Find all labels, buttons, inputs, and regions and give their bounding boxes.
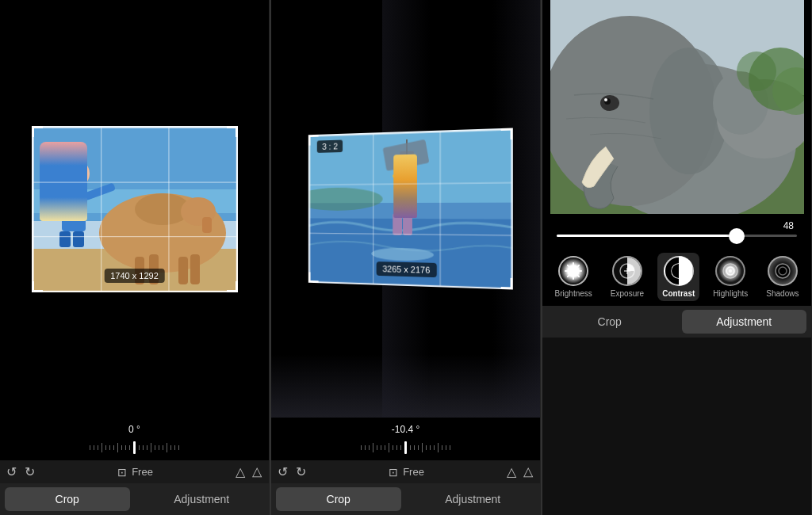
adj-exposure[interactable]: Exposure xyxy=(606,253,649,301)
tab-adjustment-3[interactable]: Adjustment xyxy=(682,310,807,334)
brightness-label: Brightness xyxy=(555,289,592,298)
image-area-2: 3 : 2 3265 x 2176 xyxy=(271,0,540,418)
panel-adjustment-elephant: 48 Bri xyxy=(542,0,812,515)
svg-rect-7 xyxy=(202,217,212,233)
image-area-1: 1740 x 1292 xyxy=(0,0,269,418)
image-area-3 xyxy=(542,0,811,214)
contrast-icon xyxy=(664,256,694,286)
adjustment-icons-row: Brightness Exposure Contr xyxy=(542,248,811,306)
svg-point-46 xyxy=(737,52,776,91)
svg-rect-10 xyxy=(178,257,188,284)
crop-free-label-2: Free xyxy=(403,466,424,478)
shadows-icon xyxy=(768,256,798,286)
photo-elephant xyxy=(550,0,804,214)
slider-thumb[interactable] xyxy=(729,228,745,244)
toolbar-1: ↺ ↻ ⊡ Free △ ◁ xyxy=(0,460,269,483)
tick-ruler-2[interactable] xyxy=(279,438,532,457)
tab-bar-2: Crop Adjustment xyxy=(271,483,540,515)
slider-fill xyxy=(557,235,737,237)
svg-line-52 xyxy=(568,265,569,267)
exposure-icon xyxy=(612,256,642,286)
panel-crop-camel: 1740 x 1292 0 ° ↺ ↻ xyxy=(0,0,270,515)
svg-line-53 xyxy=(577,275,579,277)
shadows-label: Shadows xyxy=(766,289,799,298)
adj-brightness[interactable]: Brightness xyxy=(550,253,597,301)
panel-crop-surfer: 3 : 2 3265 x 2176 -10.4 ° xyxy=(271,0,541,515)
svg-rect-11 xyxy=(190,254,200,284)
tab-crop-3[interactable]: Crop xyxy=(547,310,672,334)
svg-point-65 xyxy=(781,269,784,273)
toolbar-2: ↺ ↻ ⊡ Free △ ◁ xyxy=(271,460,540,483)
slider-value: 48 xyxy=(552,220,802,231)
adjustment-section: 48 xyxy=(542,214,811,248)
tab-adjustment-2[interactable]: Adjustment xyxy=(411,487,536,511)
svg-rect-16 xyxy=(73,231,84,247)
tab-adjustment-1[interactable]: Adjustment xyxy=(140,487,265,511)
svg-point-62 xyxy=(729,269,732,273)
dimension-badge-2: 3265 x 2176 xyxy=(376,261,436,277)
rotation-value-2: -10.4 ° xyxy=(392,424,419,435)
svg-rect-14 xyxy=(62,188,86,231)
rotation-area-2: -10.4 ° xyxy=(271,418,540,460)
svg-point-12 xyxy=(61,159,90,188)
flip-h-icon-2[interactable]: △ xyxy=(507,464,516,479)
photo-camel: 1740 x 1292 xyxy=(32,126,238,292)
rotation-area-1: 0 ° xyxy=(0,418,269,460)
slider-track-wrap[interactable] xyxy=(552,235,802,237)
svg-rect-13 xyxy=(63,158,86,167)
highlights-label: Highlights xyxy=(713,289,748,298)
exposure-label: Exposure xyxy=(611,289,644,298)
flip-v-icon-2[interactable]: ◁ xyxy=(521,467,536,477)
adj-contrast[interactable]: Contrast xyxy=(657,253,699,301)
tab-crop-1[interactable]: Crop xyxy=(5,487,130,511)
redo-icon-1[interactable]: ↻ xyxy=(25,464,35,479)
tick-ruler-1[interactable] xyxy=(8,438,261,457)
tab-bar-1: Crop Adjustment xyxy=(0,483,269,515)
flip-v-icon-1[interactable]: ◁ xyxy=(250,467,265,477)
svg-rect-15 xyxy=(59,231,71,247)
brightness-icon xyxy=(558,256,588,286)
adj-shadows[interactable]: Shadows xyxy=(761,253,803,301)
crop-free-label-1: Free xyxy=(132,466,153,478)
crop-free-icon-1: ⊡ xyxy=(117,466,127,479)
contrast-label: Contrast xyxy=(662,289,695,298)
tab-bar-3: Crop Adjustment xyxy=(542,306,811,338)
svg-line-54 xyxy=(568,275,569,277)
tab-crop-2[interactable]: Crop xyxy=(276,487,401,511)
crop-free-icon-2: ⊡ xyxy=(389,466,398,479)
svg-line-55 xyxy=(577,265,579,267)
undo-icon-2[interactable]: ↺ xyxy=(278,464,288,479)
svg-point-56 xyxy=(620,264,634,278)
flip-h-icon-1[interactable]: △ xyxy=(236,464,245,479)
svg-point-40 xyxy=(604,98,607,101)
photo-surfer-wrap: 3 : 2 3265 x 2176 xyxy=(308,128,512,289)
svg-point-47 xyxy=(569,267,577,275)
highlights-icon xyxy=(715,256,745,286)
undo-icon-1[interactable]: ↺ xyxy=(6,464,17,479)
dimension-badge-1: 1740 x 1292 xyxy=(104,269,165,283)
adj-highlights[interactable]: Highlights xyxy=(708,253,753,301)
rotation-value-1: 0 ° xyxy=(128,424,140,435)
camel-image xyxy=(32,126,238,292)
redo-icon-2[interactable]: ↻ xyxy=(296,464,306,479)
slider-track xyxy=(557,235,797,237)
